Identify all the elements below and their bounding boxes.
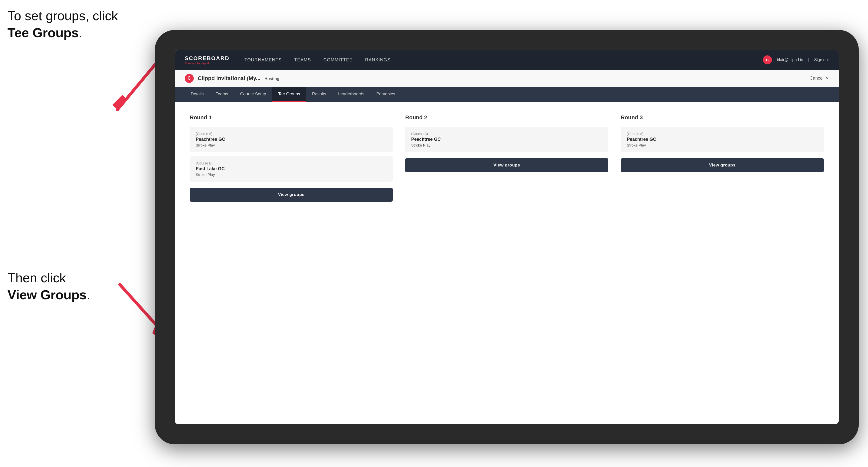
tab-details[interactable]: Details	[185, 87, 210, 102]
user-avatar: B	[763, 55, 772, 64]
round-2-view-groups-button[interactable]: View groups	[405, 158, 608, 172]
instruction-top-period: .	[79, 26, 82, 40]
round-2-course-a-label: (Course A)	[411, 132, 602, 136]
instruction-top-line1: To set groups, click	[7, 8, 118, 23]
nav-link-teams[interactable]: TEAMS	[294, 57, 311, 63]
round-1-course-a-name: Peachtree GC	[196, 137, 387, 142]
sign-out-link[interactable]: Sign out	[814, 58, 829, 62]
round-3-title: Round 3	[621, 114, 824, 121]
logo-area: SCOREBOARD Powered by clippit	[185, 55, 229, 65]
nav-link-committee[interactable]: COMMITTEE	[323, 57, 353, 63]
round-1-course-b-card: (Course B) East Lake GC Stroke Play	[190, 156, 393, 182]
round-3-course-a-name: Peachtree GC	[627, 137, 818, 142]
round-2-course-a-name: Peachtree GC	[411, 137, 602, 142]
instruction-bottom-line1: Then click	[7, 271, 66, 285]
round-2-course-a-format: Stroke Play	[411, 143, 602, 147]
round-1-course-b-name: East Lake GC	[196, 166, 387, 172]
logo-sub: Powered by clippit	[185, 62, 229, 65]
cancel-button[interactable]: Cancel	[810, 75, 824, 81]
nav-link-tournaments[interactable]: TOURNAMENTS	[244, 57, 282, 63]
nav-links: TOURNAMENTS TEAMS COMMITTEE RANKINGS	[244, 57, 763, 63]
cancel-x-icon[interactable]: ✕	[826, 76, 829, 81]
round-3-column: Round 3 (Course A) Peachtree GC Stroke P…	[621, 114, 824, 202]
round-2-title: Round 2	[405, 114, 608, 121]
round-3-view-groups-button[interactable]: View groups	[621, 158, 824, 172]
round-1-course-a-format: Stroke Play	[196, 143, 387, 147]
tablet-device: SCOREBOARD Powered by clippit TOURNAMENT…	[155, 30, 859, 444]
tournament-logo: C	[185, 74, 194, 83]
tablet-screen: SCOREBOARD Powered by clippit TOURNAMENT…	[175, 50, 839, 424]
round-1-title: Round 1	[190, 114, 393, 121]
instruction-bottom-period: .	[87, 287, 90, 302]
round-1-course-a-label: (Course A)	[196, 132, 387, 136]
round-1-view-groups-button[interactable]: View groups	[190, 188, 393, 202]
top-nav: SCOREBOARD Powered by clippit TOURNAMENT…	[175, 50, 839, 70]
tab-leaderboards[interactable]: Leaderboards	[332, 87, 370, 102]
round-1-course-b-format: Stroke Play	[196, 173, 387, 177]
instruction-bottom: Then click View Groups.	[7, 270, 90, 303]
user-email: blair@clippd.io	[777, 58, 803, 62]
nav-link-rankings[interactable]: RANKINGS	[365, 57, 391, 63]
round-2-column: Round 2 (Course A) Peachtree GC Stroke P…	[405, 114, 608, 202]
instruction-bottom-bold: View Groups	[7, 287, 87, 302]
logo-text: SCOREBOARD	[185, 55, 229, 62]
round-2-course-a-card: (Course A) Peachtree GC Stroke Play	[405, 127, 608, 152]
round-1-column: Round 1 (Course A) Peachtree GC Stroke P…	[190, 114, 393, 202]
tab-bar: Details Teams Course Setup Tee Groups Re…	[175, 87, 839, 102]
tab-tee-groups[interactable]: Tee Groups	[272, 87, 306, 102]
round-1-course-a-card: (Course A) Peachtree GC Stroke Play	[190, 127, 393, 152]
tab-teams[interactable]: Teams	[210, 87, 234, 102]
tournament-name: Clippd Invitational (My... Hosting	[198, 75, 810, 82]
nav-right: B blair@clippd.io | Sign out	[763, 55, 829, 64]
instruction-top-bold: Tee Groups	[7, 26, 79, 40]
rounds-grid: Round 1 (Course A) Peachtree GC Stroke P…	[190, 114, 824, 202]
tab-course-setup[interactable]: Course Setup	[234, 87, 272, 102]
round-3-course-a-card: (Course A) Peachtree GC Stroke Play	[621, 127, 824, 152]
main-content: Round 1 (Course A) Peachtree GC Stroke P…	[175, 102, 839, 424]
round-1-course-b-label: (Course B)	[196, 161, 387, 165]
tab-results[interactable]: Results	[306, 87, 332, 102]
instruction-top: To set groups, click Tee Groups.	[7, 7, 118, 41]
sub-header: C Clippd Invitational (My... Hosting Can…	[175, 70, 839, 87]
round-3-course-a-label: (Course A)	[627, 132, 818, 136]
round-3-course-a-format: Stroke Play	[627, 143, 818, 147]
svg-marker-1	[112, 95, 127, 110]
hosting-badge: Hosting	[265, 76, 280, 81]
tab-printables[interactable]: Printables	[370, 87, 401, 102]
